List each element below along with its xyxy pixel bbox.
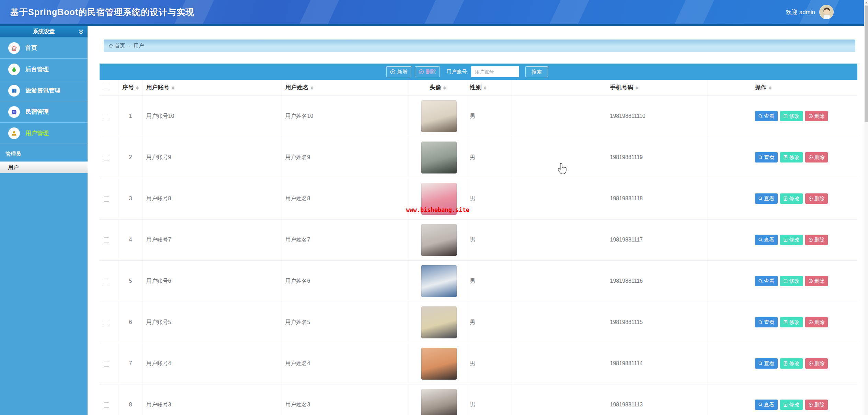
magnifier-icon (758, 196, 763, 201)
row-checkbox[interactable] (104, 361, 109, 367)
row-checkbox[interactable] (104, 237, 109, 243)
delete-button[interactable]: 删除 (805, 358, 828, 369)
breadcrumb-separator: - (128, 43, 130, 49)
view-button[interactable]: 查看 (755, 152, 778, 162)
edit-button[interactable]: 修改 (780, 276, 803, 286)
sidebar-item-backend[interactable]: 后台管理 (0, 59, 88, 80)
sort-caret-icon[interactable] (172, 85, 174, 91)
row-gender: 男 (467, 302, 512, 343)
add-button-label: 新增 (397, 69, 408, 75)
sort-caret-icon[interactable] (769, 85, 772, 91)
row-phone: 19819881114 (512, 343, 707, 384)
view-button[interactable]: 查看 (755, 400, 778, 410)
photo-blonde-striped-shirt (421, 306, 457, 338)
view-button[interactable]: 查看 (755, 111, 778, 121)
batch-delete-button[interactable]: 删除 (415, 66, 440, 77)
breadcrumb-home[interactable]: 首页 (108, 43, 125, 49)
home-icon (8, 42, 20, 54)
row-gender: 男 (467, 260, 512, 302)
row-checkbox[interactable] (104, 320, 109, 325)
admin-avatar[interactable] (819, 5, 834, 19)
view-button[interactable]: 查看 (755, 235, 778, 245)
sidebar-item-label: 首页 (25, 44, 37, 52)
sidebar-item-homestay[interactable]: 民宿管理 (0, 101, 88, 123)
user-area: 欢迎 admin (786, 0, 834, 24)
edit-button[interactable]: 修改 (780, 193, 803, 204)
photo-man-covering-face (421, 100, 457, 132)
photo-person-helmet-road (421, 142, 457, 173)
edit-button[interactable]: 修改 (780, 111, 803, 121)
edit-button-label: 修改 (789, 237, 800, 243)
homestay-icon (8, 106, 20, 118)
x-circle-icon (808, 320, 813, 325)
header-gender[interactable]: 性别 (467, 80, 512, 96)
delete-button[interactable]: 删除 (805, 400, 828, 410)
sort-caret-icon[interactable] (484, 85, 487, 91)
delete-button[interactable]: 删除 (805, 193, 828, 204)
header-avatar[interactable]: 头像 (409, 80, 467, 96)
sidebar-item-users[interactable]: 用户管理 (0, 123, 88, 144)
edit-doc-icon (783, 196, 788, 201)
edit-button[interactable]: 修改 (780, 317, 803, 327)
view-button[interactable]: 查看 (755, 358, 778, 369)
row-checkbox[interactable] (104, 196, 109, 202)
sidebar-subitem-user[interactable]: 用户 (0, 161, 88, 173)
header-name[interactable]: 用户姓名 (282, 80, 409, 96)
delete-button[interactable]: 删除 (805, 317, 828, 327)
sort-caret-icon[interactable] (443, 85, 446, 91)
sidebar-item-home[interactable]: 首页 (0, 37, 88, 59)
sidebar-item-label: 旅游资讯管理 (25, 87, 60, 94)
row-index: 4 (118, 219, 142, 260)
scrollbar-thumb[interactable] (865, 5, 868, 122)
x-circle-icon (419, 69, 424, 75)
row-checkbox[interactable] (104, 155, 109, 160)
header-index[interactable]: 序号 (118, 80, 142, 96)
vertical-scrollbar[interactable] (864, 0, 868, 415)
main-content: 首页 - 用户 新增 删除 用户账号: 搜索 (88, 26, 864, 415)
row-account: 用户账号4 (142, 343, 282, 384)
sort-caret-icon[interactable] (636, 85, 638, 91)
edit-button[interactable]: 修改 (780, 358, 803, 369)
row-name: 用户姓名8 (282, 178, 409, 219)
select-all-checkbox[interactable] (104, 85, 109, 90)
row-name: 用户姓名3 (282, 384, 409, 415)
sort-caret-icon[interactable] (311, 85, 313, 91)
chevron-double-down-icon (79, 29, 83, 35)
header-account[interactable]: 用户账号 (142, 80, 282, 96)
row-name: 用户姓名4 (282, 343, 409, 384)
delete-button[interactable]: 删除 (805, 152, 828, 162)
view-button[interactable]: 查看 (755, 276, 778, 286)
delete-button[interactable]: 删除 (805, 111, 828, 121)
row-name: 用户姓名5 (282, 302, 409, 343)
table-row: 2 用户账号9 用户姓名9 男 19819881119 查看 修改 删除 (100, 137, 857, 178)
scrollbar-up-arrow[interactable] (864, 0, 868, 5)
sidebar-header-label: 系统设置 (33, 28, 55, 35)
edit-button[interactable]: 修改 (780, 400, 803, 410)
row-index: 1 (118, 96, 142, 137)
edit-button[interactable]: 修改 (780, 235, 803, 245)
search-input[interactable] (471, 66, 519, 77)
add-button[interactable]: 新增 (386, 66, 411, 77)
row-checkbox[interactable] (104, 279, 109, 284)
edit-button[interactable]: 修改 (780, 152, 803, 162)
sort-caret-icon[interactable] (136, 85, 139, 91)
table-row: 7 用户账号4 用户姓名4 男 19819881114 查看 修改 删除 (100, 343, 857, 384)
row-checkbox[interactable] (104, 402, 109, 408)
row-checkbox[interactable] (104, 114, 109, 119)
row-account: 用户账号10 (142, 96, 282, 137)
sidebar-header[interactable]: 系统设置 (0, 26, 88, 37)
view-button[interactable]: 查看 (755, 193, 778, 204)
sidebar-item-travel-info[interactable]: 旅游资讯管理 (0, 80, 88, 101)
delete-button-label: 删除 (814, 278, 825, 284)
view-button[interactable]: 查看 (755, 317, 778, 327)
magnifier-icon (758, 279, 763, 283)
hand-cursor-icon (556, 163, 568, 176)
delete-button[interactable]: 删除 (805, 235, 828, 245)
header-phone[interactable]: 手机号码 (512, 80, 707, 96)
header-actions[interactable]: 操作 (707, 80, 857, 96)
search-button[interactable]: 搜索 (525, 66, 548, 77)
row-name: 用户姓名6 (282, 260, 409, 302)
magnifier-icon (758, 114, 763, 119)
table-row: 5 用户账号6 用户姓名6 男 19819881116 查看 修改 删除 (100, 260, 857, 302)
delete-button[interactable]: 删除 (805, 276, 828, 286)
